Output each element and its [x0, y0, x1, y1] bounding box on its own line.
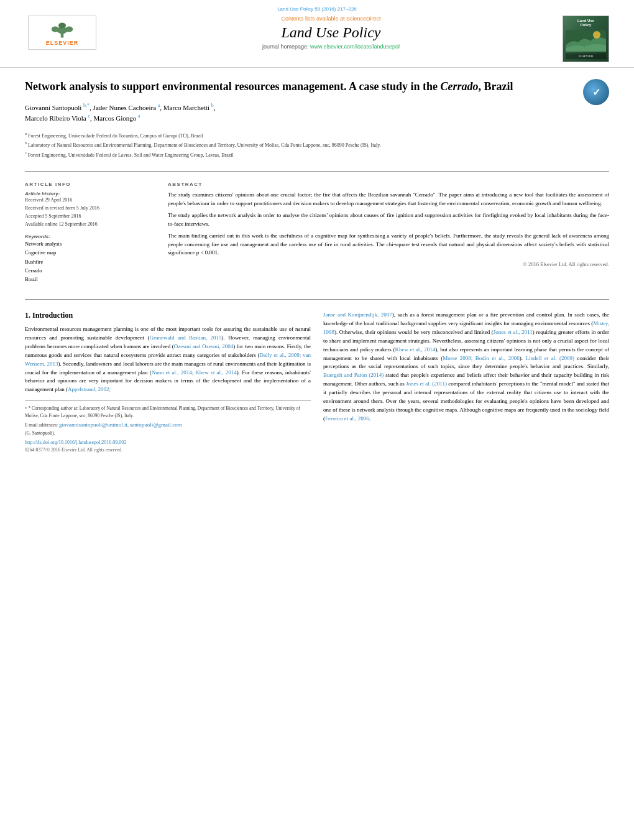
abstract-para-3: The main finding carried out in this wor…: [168, 232, 609, 257]
science-direct-info: Contents lists available at ScienceDirec…: [112, 16, 550, 22]
authors-line: Giovanni Santopuoli b,*, Jader Nunes Cac…: [25, 102, 577, 123]
left-body-text: Environmental resources management plann…: [25, 325, 311, 395]
ref-appelstrand[interactable]: Appelstrand, 2002;: [68, 386, 111, 392]
abstract-label: ABSTRACT: [168, 182, 609, 187]
abstract-para-1: The study examines citizens' opinions ab…: [168, 191, 609, 208]
keywords-label: Keywords:: [25, 234, 155, 239]
elsevier-tree-icon: [44, 20, 81, 39]
ref-buergelt[interactable]: Buergelt and Paton (2014): [323, 372, 384, 378]
ref-ferreira[interactable]: Ferreira et al., 2006;: [325, 415, 370, 422]
keyword-1: Network analysis: [25, 239, 155, 248]
ref-morse[interactable]: Morse 2008; Bodin et al., 2006: [443, 355, 519, 361]
ref-mistry[interactable]: Mistry, 1998: [323, 320, 609, 335]
ref-jones2011b[interactable]: Jones et al. (2011): [406, 381, 447, 387]
ref-grunewald[interactable]: Grunewald and Bastian, 2015: [149, 335, 221, 341]
article-title-italic: Cerrado: [441, 80, 479, 93]
header-center: Contents lists available at ScienceDirec…: [99, 16, 563, 50]
footnote-issn: 0264-8377/© 2016 Elsevier Ltd. All right…: [25, 446, 311, 453]
footnote-email-suffix: (G. Santopuoli).: [25, 430, 311, 436]
main-content: 1. Introduction Environmental resources …: [0, 305, 634, 459]
affiliations: a Forest Engineering, Universidade Feder…: [25, 131, 609, 159]
article-title: Network analysis to support environmenta…: [25, 79, 535, 95]
email-link-1[interactable]: giovannisantopuoli@unimol.it: [59, 422, 127, 428]
elsevier-brand-text: ELSEVIER: [46, 40, 79, 46]
copyright-line: © 2016 Elsevier Ltd. All rights reserved…: [168, 261, 609, 267]
doi-line: Land Use Policy 59 (2016) 217–226: [25, 6, 609, 12]
footnote-email: E-mail addresses: giovannisantopuoli@uni…: [25, 421, 311, 430]
date-revised: Received in revised form 5 July 2016: [25, 205, 155, 213]
separator-1: [25, 171, 609, 172]
article-body-header: ARTICLE INFO Article history: Received 2…: [0, 177, 634, 293]
ref-ozesmi[interactable]: Özesmi and Özesmi, 2004: [174, 343, 233, 349]
svg-point-8: [593, 31, 600, 39]
journal-cover-inner: Land UsePolicy ELSEVIER: [563, 16, 609, 62]
article-info-col: ARTICLE INFO Article history: Received 2…: [25, 182, 155, 288]
elsevier-logo: ELSEVIER: [28, 16, 96, 50]
footnote-corresponding: * * Corresponding author at: Laboratory …: [25, 405, 311, 419]
email-link-2[interactable]: santopuoli@gmail.com: [130, 422, 182, 428]
affiliation-b: b Laboratory of Natural Resources and En…: [25, 141, 609, 149]
page-wrapper: Land Use Policy 59 (2016) 217–226 ELSEVI…: [0, 0, 634, 840]
abstract-col: ABSTRACT The study examines citizens' op…: [168, 182, 609, 288]
journal-header: Land Use Policy 59 (2016) 217–226 ELSEVI…: [0, 0, 634, 68]
svg-point-4: [58, 22, 66, 28]
article-dates: Received 29 April 2016 Received in revis…: [25, 196, 155, 228]
section-1-title: 1. Introduction: [25, 311, 311, 320]
affiliation-a: a Forest Engineering, Universidade Feder…: [25, 131, 609, 140]
ref-daily[interactable]: Daily et al., 2009; van Wensem, 2013: [25, 352, 311, 367]
keywords-list: Network analysis Cognitive map Bushfire …: [25, 239, 155, 284]
cover-landscape-icon: [566, 30, 606, 52]
ref-nuno[interactable]: Nuno et al., 2014; Khew et al., 2014: [152, 369, 237, 376]
ref-janse[interactable]: Janse and Konijnendijk, 2007: [323, 312, 392, 318]
ref-jones2011[interactable]: Jones et al., 2011: [494, 329, 533, 335]
keyword-3: Bushfire: [25, 257, 155, 266]
abstract-text: The study examines citizens' opinions ab…: [168, 191, 609, 257]
science-direct-link[interactable]: ScienceDirect: [346, 16, 381, 22]
date-accepted: Accepted 5 September 2016: [25, 213, 155, 221]
journal-cover-image: Land UsePolicy ELSEVIER: [563, 16, 609, 62]
right-column: Janse and Konijnendijk, 2007), such as a…: [323, 311, 609, 453]
affiliation-c: c Forest Engineering, Universidade Feder…: [25, 150, 609, 159]
keyword-5: Brazil: [25, 275, 155, 284]
left-column: 1. Introduction Environmental resources …: [25, 311, 311, 453]
header-top-row: ELSEVIER Contents lists available at Sci…: [25, 16, 609, 62]
article-info-label: ARTICLE INFO: [25, 182, 155, 187]
article-history-group: Article history: Received 29 April 2016 …: [25, 191, 155, 228]
crossmark-badge: ✓: [583, 79, 609, 105]
crossmark-area: Network analysis to support environmenta…: [25, 79, 609, 127]
keyword-2: Cognitive map: [25, 248, 155, 257]
cover-title-text: Land UsePolicy: [577, 19, 594, 27]
separator-2: [25, 299, 609, 300]
journal-homepage: journal homepage: www.elsevier.com/locat…: [112, 44, 550, 50]
elsevier-logo-area: ELSEVIER: [25, 16, 99, 50]
footnote-doi[interactable]: http://dx.doi.org/10.1016/j.landusepol.2…: [25, 439, 311, 446]
title-authors-block: Network analysis to support environmenta…: [25, 79, 577, 127]
homepage-link[interactable]: www.elsevier.com/locate/landusepol: [310, 44, 400, 50]
footnote-area: * * Corresponding author at: Laboratory …: [25, 400, 311, 453]
article-history-label: Article history:: [25, 191, 155, 196]
ref-khew2014[interactable]: Khew et al., 2014: [395, 346, 435, 353]
cover-bottom-text: ELSEVIER: [566, 53, 606, 59]
abstract-para-2: The study applies the network analysis i…: [168, 211, 609, 228]
left-para-1: Environmental resources management plann…: [25, 325, 311, 395]
ref-lindell[interactable]: Lindell et al. (2009): [525, 355, 574, 361]
right-body-text: Janse and Konijnendijk, 2007), such as a…: [323, 311, 609, 423]
keywords-group: Keywords: Network analysis Cognitive map…: [25, 234, 155, 284]
right-para-1: Janse and Konijnendijk, 2007), such as a…: [323, 311, 609, 423]
date-received: Received 29 April 2016: [25, 196, 155, 205]
journal-title-main: Land Use Policy: [112, 24, 550, 41]
date-online: Available online 12 September 2016: [25, 221, 155, 229]
article-header: Network analysis to support environmenta…: [0, 68, 634, 166]
keyword-4: Cerrado: [25, 266, 155, 275]
